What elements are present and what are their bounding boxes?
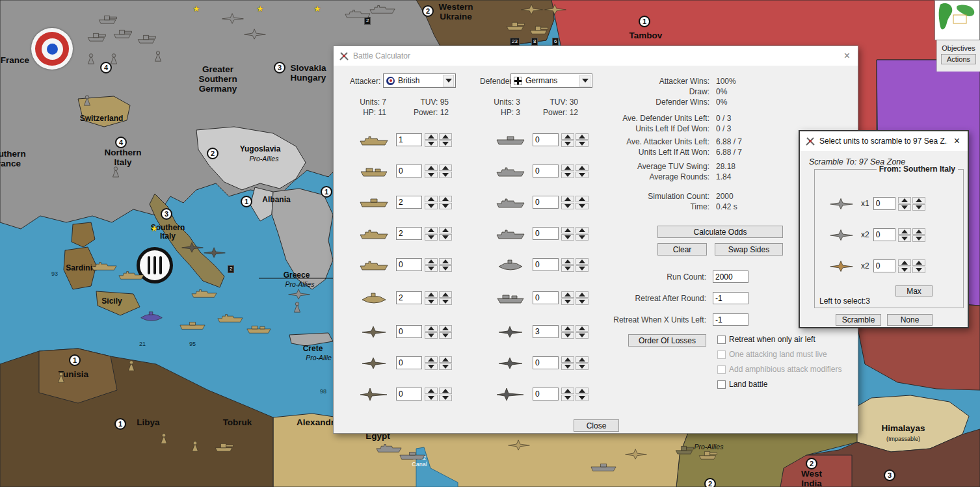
spin-down-button[interactable] <box>576 363 589 370</box>
spin-down-button[interactable] <box>576 203 589 209</box>
attacker-cruiser-count-input[interactable] <box>396 227 422 240</box>
spin-up-button[interactable] <box>576 258 589 265</box>
tab-objectives[interactable]: Objectives <box>942 44 975 52</box>
scramble-fighter-count-input[interactable] <box>873 228 895 241</box>
spin-up-button[interactable] <box>425 388 438 394</box>
spin-down-button[interactable] <box>898 267 911 273</box>
spin-up-button[interactable] <box>439 133 452 140</box>
defender-bomber-count-input[interactable] <box>533 388 559 401</box>
attacker-destroyer-count-input[interactable] <box>396 258 422 271</box>
spin-down-button[interactable] <box>439 140 452 147</box>
spin-up-button[interactable] <box>898 228 911 235</box>
clear-button[interactable]: Clear <box>657 243 707 256</box>
checkbox-amphibious-modifiers[interactable]: Add amphibious attack modifiers <box>717 365 841 374</box>
spin-down-button[interactable] <box>425 140 438 147</box>
spin-up-button[interactable] <box>439 258 452 265</box>
spin-down-button[interactable] <box>439 172 452 178</box>
defender-battleship-count-input[interactable] <box>533 165 559 178</box>
defender-carrier-count-input[interactable] <box>533 133 559 146</box>
spin-down-button[interactable] <box>576 265 589 272</box>
defender-tactical-bomber-count-input[interactable] <box>533 356 559 369</box>
spin-up-button[interactable] <box>912 228 925 235</box>
spin-up-button[interactable] <box>425 196 438 202</box>
spin-down-button[interactable] <box>439 265 452 272</box>
spin-up-button[interactable] <box>561 291 574 298</box>
checkbox-box[interactable] <box>717 380 726 389</box>
spin-up-button[interactable] <box>561 165 574 171</box>
attacker-battleship-count-input[interactable] <box>396 133 422 146</box>
order-of-losses-button[interactable]: Order Of Losses <box>628 334 706 347</box>
calculate-odds-button[interactable]: Calculate Odds <box>657 226 783 238</box>
checkbox-box[interactable] <box>717 336 726 344</box>
spin-down-button[interactable] <box>561 395 574 401</box>
max-button[interactable]: Max <box>895 285 933 296</box>
spin-up-button[interactable] <box>576 388 589 394</box>
spin-up-button[interactable] <box>576 133 589 140</box>
spin-up-button[interactable] <box>561 325 574 332</box>
spin-down-button[interactable] <box>561 234 574 241</box>
spin-down-button[interactable] <box>561 172 574 178</box>
spin-down-button[interactable] <box>561 363 574 370</box>
spin-up-button[interactable] <box>425 291 438 298</box>
close-icon[interactable]: × <box>841 50 853 62</box>
spin-up-button[interactable] <box>425 227 438 233</box>
spin-down-button[interactable] <box>912 235 925 242</box>
spin-up-button[interactable] <box>576 196 589 202</box>
none-button[interactable]: None <box>887 314 933 326</box>
spin-up-button[interactable] <box>561 227 574 233</box>
spin-up-button[interactable] <box>576 325 589 332</box>
tab-actions[interactable]: Actions <box>941 54 976 64</box>
spin-down-button[interactable] <box>898 235 911 242</box>
spin-down-button[interactable] <box>439 363 452 370</box>
close-button[interactable]: Close <box>574 419 619 432</box>
spin-down-button[interactable] <box>425 265 438 272</box>
spin-down-button[interactable] <box>425 203 438 209</box>
spin-down-button[interactable] <box>576 172 589 178</box>
run-count-input[interactable] <box>713 270 748 283</box>
scramble-fighter-count-input[interactable] <box>873 197 895 210</box>
spin-up-button[interactable] <box>912 197 925 204</box>
spin-down-button[interactable] <box>439 332 452 339</box>
spin-down-button[interactable] <box>561 203 574 209</box>
spin-up-button[interactable] <box>425 325 438 332</box>
spin-up-button[interactable] <box>576 227 589 233</box>
spin-up-button[interactable] <box>425 258 438 265</box>
spin-down-button[interactable] <box>425 395 438 401</box>
spin-up-button[interactable] <box>425 133 438 140</box>
checkbox-land-battle[interactable]: Land battle <box>717 380 767 389</box>
spin-up-button[interactable] <box>425 165 438 171</box>
spin-down-button[interactable] <box>576 298 589 305</box>
spin-down-button[interactable] <box>561 298 574 305</box>
defender-cruiser-count-input[interactable] <box>533 196 559 209</box>
spin-up-button[interactable] <box>561 258 574 265</box>
attacker-transport-count-input[interactable] <box>396 165 422 178</box>
spin-down-button[interactable] <box>561 265 574 272</box>
spin-down-button[interactable] <box>912 204 925 211</box>
spin-up-button[interactable] <box>576 291 589 298</box>
spin-up-button[interactable] <box>439 291 452 298</box>
spin-down-button[interactable] <box>439 203 452 209</box>
swap-sides-button[interactable]: Swap Sides <box>715 243 783 256</box>
spin-up-button[interactable] <box>898 259 911 266</box>
retreat-when-x-units-input[interactable] <box>713 313 748 326</box>
battle-calculator-titlebar[interactable]: Battle Calculator × <box>334 46 858 66</box>
defender-destroyer-count-input[interactable] <box>533 227 559 240</box>
checkbox-one-attacking-land[interactable]: One attacking land must live <box>717 350 827 359</box>
spin-up-button[interactable] <box>576 165 589 171</box>
spin-down-button[interactable] <box>561 140 574 147</box>
spin-up-button[interactable] <box>425 356 438 363</box>
defender-submarine-count-input[interactable] <box>533 258 559 271</box>
checkbox-box[interactable] <box>717 350 726 359</box>
spin-down-button[interactable] <box>439 298 452 305</box>
spin-up-button[interactable] <box>439 196 452 202</box>
scramble-fighter-count-input[interactable] <box>873 259 895 272</box>
spin-down-button[interactable] <box>561 332 574 339</box>
attacker-select[interactable]: British <box>383 73 456 88</box>
spin-down-button[interactable] <box>576 395 589 401</box>
spin-up-button[interactable] <box>576 356 589 363</box>
defender-transport-count-input[interactable] <box>533 291 559 304</box>
spin-down-button[interactable] <box>425 172 438 178</box>
spin-up-button[interactable] <box>439 165 452 171</box>
spin-down-button[interactable] <box>425 332 438 339</box>
spin-down-button[interactable] <box>576 140 589 147</box>
